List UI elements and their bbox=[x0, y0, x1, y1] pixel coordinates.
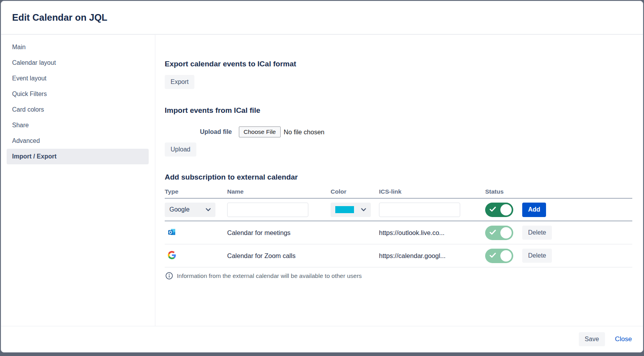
upload-button[interactable]: Upload bbox=[165, 142, 196, 157]
column-header-name: Name bbox=[227, 188, 331, 195]
subscription-section-heading: Add subscription to external calendar bbox=[165, 173, 632, 182]
export-button[interactable]: Export bbox=[165, 75, 194, 89]
column-header-ics-link: ICS-link bbox=[379, 188, 485, 195]
info-note-row: Information from the external calendar w… bbox=[165, 272, 632, 279]
upload-file-label: Upload file bbox=[165, 128, 232, 135]
info-note: Information from the external calendar w… bbox=[177, 272, 362, 279]
edit-calendar-dialog: Edit Calendar on JQL Main Calendar layou… bbox=[1, 1, 643, 352]
color-swatch bbox=[335, 206, 354, 213]
name-input[interactable] bbox=[227, 203, 308, 217]
chevron-down-icon bbox=[206, 208, 211, 212]
upload-file-row: Upload file Choose File No file chosen bbox=[165, 126, 632, 137]
import-section-heading: Import events from ICal file bbox=[165, 106, 632, 115]
column-header-color: Color bbox=[331, 188, 379, 195]
dialog-title: Edit Calendar on JQL bbox=[12, 12, 107, 23]
sidebar-item-quick-filters[interactable]: Quick Filters bbox=[1, 86, 155, 102]
dialog-footer: Save Close bbox=[1, 326, 643, 352]
sidebar-item-event-layout[interactable]: Event layout bbox=[1, 71, 155, 86]
type-select-value: Google bbox=[169, 206, 190, 213]
color-select[interactable] bbox=[331, 203, 371, 217]
subscription-row: Calendar for meetings https://outlook.li… bbox=[165, 221, 632, 244]
subscription-name: Calendar for meetings bbox=[227, 229, 290, 236]
close-link[interactable]: Close bbox=[615, 335, 632, 343]
settings-content: Export calendar events to ICal format Ex… bbox=[155, 35, 643, 326]
choose-file-button[interactable]: Choose File bbox=[239, 126, 281, 137]
sidebar-item-calendar-layout[interactable]: Calendar layout bbox=[1, 55, 155, 71]
save-button[interactable]: Save bbox=[579, 332, 605, 346]
check-icon bbox=[489, 206, 496, 212]
status-toggle[interactable] bbox=[485, 249, 513, 263]
ics-link-text: https://calendar.googl... bbox=[379, 252, 446, 259]
toggle-knob bbox=[500, 227, 512, 239]
column-header-status: Status bbox=[485, 188, 522, 195]
chevron-down-icon bbox=[361, 208, 366, 212]
check-icon bbox=[489, 230, 496, 235]
settings-sidebar: Main Calendar layout Event layout Quick … bbox=[1, 35, 155, 326]
file-status-text: No file chosen bbox=[284, 128, 325, 136]
ics-link-input[interactable] bbox=[379, 203, 460, 217]
subscription-name: Calendar for Zoom calls bbox=[227, 252, 295, 259]
add-subscription-row: Google bbox=[165, 199, 632, 221]
ics-link-text: https://outlook.live.co... bbox=[379, 229, 445, 236]
delete-button[interactable]: Delete bbox=[522, 226, 552, 240]
info-icon bbox=[165, 272, 173, 279]
export-section-heading: Export calendar events to ICal format bbox=[165, 60, 632, 68]
sidebar-item-import-export[interactable]: Import / Export bbox=[7, 149, 149, 164]
sidebar-item-advanced[interactable]: Advanced bbox=[1, 133, 155, 149]
outlook-icon bbox=[168, 228, 176, 236]
sidebar-item-share[interactable]: Share bbox=[1, 117, 155, 133]
toggle-knob bbox=[500, 204, 512, 215]
dialog-header: Edit Calendar on JQL bbox=[1, 1, 643, 35]
status-toggle[interactable] bbox=[485, 203, 513, 217]
sidebar-item-main[interactable]: Main bbox=[1, 39, 155, 55]
toggle-knob bbox=[500, 250, 512, 262]
column-header-type: Type bbox=[165, 188, 227, 195]
check-icon bbox=[489, 253, 496, 258]
sidebar-item-card-colors[interactable]: Card colors bbox=[1, 102, 155, 117]
add-button[interactable]: Add bbox=[522, 203, 546, 217]
delete-button[interactable]: Delete bbox=[522, 249, 552, 263]
type-select[interactable]: Google bbox=[165, 203, 215, 217]
google-icon bbox=[168, 251, 176, 259]
status-toggle[interactable] bbox=[485, 226, 513, 240]
subscriptions-table: Type Name Color ICS-link Status Google bbox=[165, 185, 632, 279]
table-header-row: Type Name Color ICS-link Status bbox=[165, 185, 632, 199]
subscription-row: Calendar for Zoom calls https://calendar… bbox=[165, 244, 632, 267]
